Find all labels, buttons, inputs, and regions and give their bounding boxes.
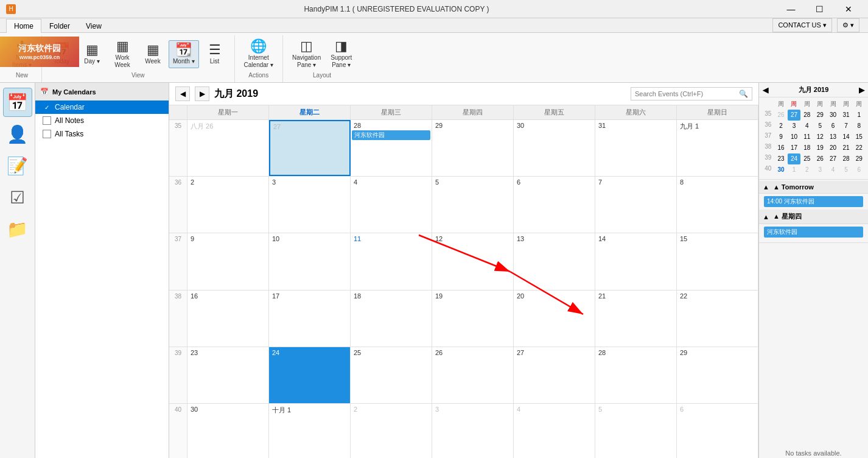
mini-row-40: 40 30 1 2 3 4 5 6: [761, 164, 866, 175]
sidebar-notes-btn[interactable]: 📝: [3, 151, 32, 180]
cal-day-10[interactable]: 10: [269, 233, 351, 289]
cal-day-8[interactable]: 8: [677, 177, 758, 233]
cal-day-19[interactable]: 19: [432, 291, 514, 347]
cal-day-7[interactable]: 7: [595, 177, 677, 233]
cal-day-24[interactable]: 24: [269, 347, 351, 403]
cal-day-2a[interactable]: 2: [187, 177, 269, 233]
mini-cal-prev[interactable]: ◀: [763, 86, 768, 94]
cal-day-29b[interactable]: 29: [677, 347, 758, 403]
mini-day-8[interactable]: 8: [853, 121, 866, 132]
navigation-pane-button[interactable]: ◫ NavigationPane ▾: [288, 37, 325, 72]
mini-day-2[interactable]: 2: [774, 121, 787, 132]
mini-day-30[interactable]: 30: [827, 110, 839, 121]
cal-day-14[interactable]: 14: [595, 233, 677, 289]
mini-day-6[interactable]: 6: [827, 121, 839, 132]
cal-day-sep1[interactable]: 九月 1: [677, 120, 758, 176]
cal-prev-button[interactable]: ◀: [175, 86, 190, 101]
mini-day-31[interactable]: 31: [839, 110, 852, 121]
minimize-button[interactable]: —: [777, 0, 805, 18]
cal-day-18[interactable]: 18: [351, 291, 432, 347]
sidebar-files-btn[interactable]: 📁: [3, 214, 32, 244]
cal-day-30[interactable]: 30: [187, 404, 269, 458]
cal-day-4[interactable]: 4: [351, 177, 432, 233]
nav-calendar[interactable]: ✓ Calendar: [35, 100, 169, 114]
cal-day-17[interactable]: 17: [269, 291, 351, 347]
cal-day-6[interactable]: 6: [514, 177, 595, 233]
mini-cal-month-year: 九月 2019: [799, 85, 829, 94]
sidebar-calendar-btn[interactable]: 📅: [3, 88, 32, 117]
cal-day-oct3[interactable]: 3: [432, 404, 514, 458]
close-button[interactable]: ✕: [835, 0, 862, 18]
list-button[interactable]: ☰ List: [200, 40, 229, 68]
cal-day-28[interactable]: 28 河东软件园: [351, 120, 432, 176]
cal-day-3[interactable]: 3: [269, 177, 351, 233]
mini-day-7[interactable]: 7: [839, 121, 852, 132]
cal-day-oct5[interactable]: 5: [595, 404, 677, 458]
week-button[interactable]: ▦ Week: [138, 40, 167, 68]
mini-day-5[interactable]: 5: [814, 121, 827, 132]
mini-day-3[interactable]: 3: [788, 121, 800, 132]
cal-day-oct4[interactable]: 4: [514, 404, 595, 458]
cal-day-aug26[interactable]: 八月 26: [187, 120, 269, 176]
nav-all-tasks[interactable]: All Tasks: [35, 127, 169, 141]
mini-day-26[interactable]: 26: [774, 110, 787, 121]
cal-day-13[interactable]: 13: [514, 233, 595, 289]
tomorrow-collapse-icon[interactable]: ▲: [763, 183, 769, 191]
calendar-checkbox[interactable]: ✓: [43, 103, 51, 111]
maximize-button[interactable]: ☐: [806, 0, 833, 18]
weekday-thu: 星期四: [432, 105, 514, 119]
cal-day-25[interactable]: 25: [351, 347, 432, 403]
support-pane-icon: ◨: [335, 40, 348, 53]
internet-calendar-button[interactable]: 🌐 InternetCalendar ▾: [240, 37, 278, 72]
cal-day-29[interactable]: 29: [432, 120, 514, 176]
cal-day-5[interactable]: 5: [432, 177, 514, 233]
tab-home[interactable]: Home: [6, 19, 41, 33]
cal-day-22[interactable]: 22: [677, 291, 758, 347]
work-week-button[interactable]: ▦ WorkWeek: [108, 37, 137, 72]
day-button[interactable]: ▦ Day ▾: [77, 40, 107, 68]
sidebar-contacts-btn[interactable]: 👤: [3, 119, 32, 149]
cal-day-20[interactable]: 20: [514, 291, 595, 347]
cal-day-23[interactable]: 23: [187, 347, 269, 403]
cal-day-aug27[interactable]: 27: [269, 120, 351, 176]
mini-day-4[interactable]: 4: [800, 121, 813, 132]
cal-next-button[interactable]: ▶: [195, 86, 209, 101]
mini-day-28[interactable]: 28: [800, 110, 813, 121]
mini-day-29[interactable]: 29: [814, 110, 827, 121]
cal-day-21[interactable]: 21: [595, 291, 677, 347]
cal-day-16[interactable]: 16: [187, 291, 269, 347]
cal-day-12[interactable]: 12: [432, 233, 514, 289]
wday-collapse-icon[interactable]: ▲: [763, 213, 769, 220]
calendar-grid: 星期一 星期二 星期三 星期四 星期五 星期六 星期日 35 八月 26: [169, 105, 758, 458]
cal-day-30[interactable]: 30: [514, 120, 595, 176]
cal-day-27[interactable]: 27: [514, 347, 595, 403]
support-pane-button[interactable]: ◨ SupportPane ▾: [326, 37, 356, 72]
cal-day-9[interactable]: 9: [187, 233, 269, 289]
cal-day-oct6[interactable]: 6: [677, 404, 758, 458]
cal-day-11[interactable]: 11: [351, 233, 432, 289]
cal-search-input[interactable]: [635, 90, 737, 97]
cal-day-28b[interactable]: 28: [595, 347, 677, 403]
tab-folder[interactable]: Folder: [41, 19, 78, 33]
main-layout: 📅 👤 📝 ☑ 📁 📅 My Calendars ✓ Calendar All …: [0, 83, 868, 458]
sidebar-tasks-btn[interactable]: ☑: [3, 183, 32, 212]
cal-search-box[interactable]: 🔍: [631, 87, 752, 100]
mini-cal-next[interactable]: ▶: [859, 86, 864, 94]
cal-day-31[interactable]: 31: [595, 120, 677, 176]
settings-button[interactable]: ⚙ ▾: [837, 18, 859, 32]
cal-day-26[interactable]: 26: [432, 347, 514, 403]
mini-day-27[interactable]: 27: [788, 110, 800, 121]
month-button[interactable]: 📆 Month ▾: [169, 40, 199, 68]
all-notes-checkbox[interactable]: [43, 116, 51, 125]
tab-view[interactable]: View: [78, 19, 110, 33]
tomorrow-event: 14:00 河东软件园: [764, 196, 863, 207]
cal-week-40: 40 30 十月 1 2 3 4 5 6: [169, 404, 758, 458]
all-tasks-checkbox[interactable]: [43, 130, 51, 138]
cal-day-oct1[interactable]: 十月 1: [269, 404, 351, 458]
nav-all-notes[interactable]: All Notes: [35, 114, 169, 127]
contact-us-button[interactable]: CONTACT US ▾: [772, 18, 832, 32]
mini-day-1[interactable]: 1: [853, 110, 866, 121]
ribbon-content: ✚ NewItems ▾ New 📅 Today ▦ Day ▾: [0, 33, 868, 82]
cal-day-oct2[interactable]: 2: [351, 404, 432, 458]
cal-day-15[interactable]: 15: [677, 233, 758, 289]
